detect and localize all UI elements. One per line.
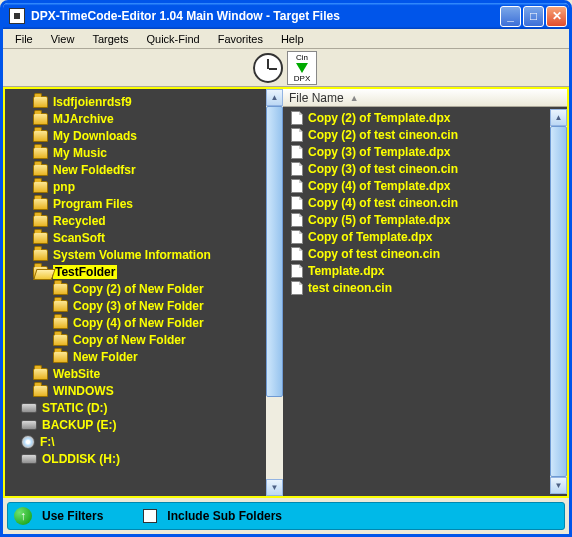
file-item-label: Copy of Template.dpx [308,230,432,244]
sort-asc-icon: ▲ [350,93,359,103]
file-item[interactable]: Copy (4) of test cineon.cin [283,194,550,211]
clock-icon[interactable] [253,53,283,83]
tree-item-label: New Foldedfsr [53,163,136,177]
menu-favorites[interactable]: Favorites [210,31,271,47]
file-item[interactable]: Copy (5) of Template.dpx [283,211,550,228]
tree-item-label: TestFolder [53,265,117,279]
file-item-label: Copy (5) of Template.dpx [308,213,450,227]
app-icon [9,8,25,24]
tree-item[interactable]: F:\ [5,433,266,450]
file-item[interactable]: Copy (2) of Template.dpx [283,109,550,126]
maximize-button[interactable]: □ [523,6,544,27]
tree-item[interactable]: MJArchive [5,110,266,127]
tree-item[interactable]: Copy (3) of New Folder [5,297,266,314]
include-subfolders-label: Include Sub Folders [167,509,282,523]
tree-item[interactable]: Recycled [5,212,266,229]
menu-targets[interactable]: Targets [84,31,136,47]
scroll-thumb[interactable] [266,106,283,397]
tree-item[interactable]: OLDDISK (H:) [5,450,266,467]
file-item[interactable]: test cineon.cin [283,279,550,296]
menubar: File View Targets Quick-Find Favorites H… [3,29,569,49]
tree-item[interactable]: ScanSoft [5,229,266,246]
folder-icon [33,130,48,142]
tree-item[interactable]: Isdfjoienrdsf9 [5,93,266,110]
arrow-down-icon [296,63,308,73]
file-item[interactable]: Copy (3) of Template.dpx [283,143,550,160]
tree-item[interactable]: WebSite [5,365,266,382]
tree-item[interactable]: New Foldedfsr [5,161,266,178]
filelist-scrollbar[interactable]: ▲ ▼ [550,109,567,494]
tree-item-label: WINDOWS [53,384,114,398]
toolbar: Cin DPX [3,49,569,87]
scroll-down-button[interactable]: ▼ [550,477,567,494]
file-icon [291,162,303,176]
file-item-label: Copy (3) of Template.dpx [308,145,450,159]
drive-icon [21,403,37,413]
scroll-track[interactable] [266,106,283,479]
tree-item[interactable]: My Music [5,144,266,161]
menu-quickfind[interactable]: Quick-Find [138,31,207,47]
cin-dpx-button[interactable]: Cin DPX [287,51,317,85]
titlebar[interactable]: DPX-TimeCode-Editor 1.04 Main Window - T… [3,3,569,29]
dpx-label: DPX [294,74,310,83]
tree-item[interactable]: My Downloads [5,127,266,144]
tree-item[interactable]: BACKUP (E:) [5,416,266,433]
drive-icon [21,420,37,430]
file-item[interactable]: Copy (4) of Template.dpx [283,177,550,194]
tree-item[interactable]: System Volume Information [5,246,266,263]
folder-icon [33,266,48,278]
tree-item-label: Program Files [53,197,133,211]
tree-item-label: Copy (4) of New Folder [73,316,204,330]
folder-icon [33,249,48,261]
close-button[interactable]: ✕ [546,6,567,27]
column-header-filename[interactable]: File Name ▲ [283,89,567,107]
drive-icon [21,454,37,464]
tree-item[interactable]: Copy of New Folder [5,331,266,348]
file-item[interactable]: Copy (2) of test cineon.cin [283,126,550,143]
tree-item-label: Copy (3) of New Folder [73,299,204,313]
scroll-up-button[interactable]: ▲ [266,89,283,106]
scroll-down-button[interactable]: ▼ [266,479,283,496]
file-list-pane: File Name ▲ Copy (2) of Template.dpxCopy… [283,89,567,496]
tree-item[interactable]: TestFolder [5,263,266,280]
tree-item[interactable]: STATIC (D:) [5,399,266,416]
scroll-up-button[interactable]: ▲ [550,109,567,126]
file-item[interactable]: Copy (3) of test cineon.cin [283,160,550,177]
cd-icon [21,435,35,449]
file-icon [291,213,303,227]
scroll-thumb[interactable] [550,126,567,477]
tree-item[interactable]: New Folder [5,348,266,365]
menu-file[interactable]: File [7,31,41,47]
tree-item-label: My Downloads [53,129,137,143]
tree-item[interactable]: Copy (2) of New Folder [5,280,266,297]
tree-item[interactable]: Copy (4) of New Folder [5,314,266,331]
file-item[interactable]: Copy of test cineon.cin [283,245,550,262]
up-arrow-icon[interactable]: ↑ [14,507,32,525]
tree-scrollbar[interactable]: ▲ ▼ [266,89,283,496]
menu-view[interactable]: View [43,31,83,47]
use-filters-label[interactable]: Use Filters [42,509,103,523]
tree-item[interactable]: pnp [5,178,266,195]
file-item[interactable]: Copy of Template.dpx [283,228,550,245]
tree-item-label: ScanSoft [53,231,105,245]
include-subfolders-checkbox[interactable] [143,509,157,523]
folder-tree[interactable]: Isdfjoienrdsf9MJArchiveMy DownloadsMy Mu… [5,89,266,496]
tree-item[interactable]: Program Files [5,195,266,212]
tree-item[interactable]: WINDOWS [5,382,266,399]
file-item[interactable]: Template.dpx [283,262,550,279]
file-icon [291,145,303,159]
minimize-button[interactable]: _ [500,6,521,27]
file-icon [291,264,303,278]
status-bar: ↑ Use Filters Include Sub Folders [7,502,565,530]
folder-icon [33,368,48,380]
file-item-label: Copy (4) of Template.dpx [308,179,450,193]
file-list[interactable]: Copy (2) of Template.dpxCopy (2) of test… [283,107,567,496]
folder-icon [53,300,68,312]
menu-help[interactable]: Help [273,31,312,47]
scroll-track[interactable] [550,126,567,477]
folder-tree-pane: Isdfjoienrdsf9MJArchiveMy DownloadsMy Mu… [5,89,283,496]
content-area: Isdfjoienrdsf9MJArchiveMy DownloadsMy Mu… [3,87,569,498]
tree-item-label: Recycled [53,214,106,228]
tree-item-label: Isdfjoienrdsf9 [53,95,132,109]
folder-icon [33,232,48,244]
